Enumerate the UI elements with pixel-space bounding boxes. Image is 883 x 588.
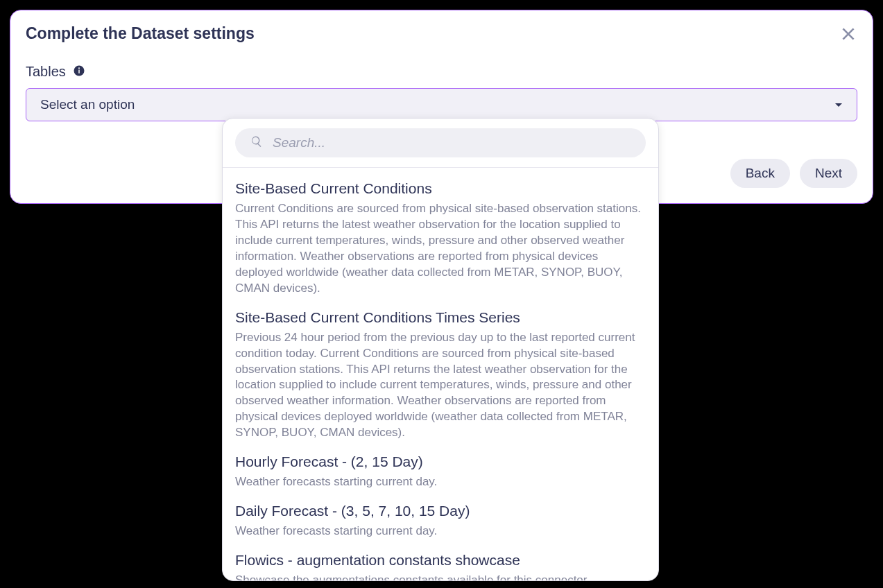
search-box[interactable]: [235, 128, 646, 157]
option-desc: Showcase the augmentations constants ava…: [235, 573, 646, 580]
tables-dropdown: Site-Based Current Conditions Current Co…: [222, 118, 659, 581]
option-title: Site-Based Current Conditions: [235, 180, 646, 197]
back-button[interactable]: Back: [730, 159, 790, 188]
tables-select[interactable]: Select an option: [26, 88, 857, 121]
close-icon[interactable]: [839, 25, 857, 43]
option-title: Site-Based Current Conditions Times Seri…: [235, 309, 646, 326]
dropdown-options: Site-Based Current Conditions Current Co…: [223, 168, 658, 580]
select-placeholder: Select an option: [40, 97, 135, 112]
modal-header: Complete the Dataset settings: [26, 24, 857, 43]
tables-label: Tables: [26, 64, 66, 80]
option-title: Hourly Forecast - (2, 15 Day): [235, 453, 646, 470]
modal-title: Complete the Dataset settings: [26, 24, 255, 43]
next-button[interactable]: Next: [800, 159, 857, 188]
dropdown-option[interactable]: Daily Forecast - (3, 5, 7, 10, 15 Day) W…: [235, 503, 646, 539]
search-input[interactable]: [273, 135, 631, 150]
tables-label-row: Tables: [26, 64, 857, 80]
option-desc: Current Conditions are sourced from phys…: [235, 201, 646, 297]
option-title: Flowics - augmentation constants showcas…: [235, 552, 646, 569]
option-desc: Previous 24 hour period from the previou…: [235, 330, 646, 442]
svg-rect-1: [78, 69, 80, 73]
info-icon[interactable]: [73, 64, 85, 80]
dropdown-option[interactable]: Hourly Forecast - (2, 15 Day) Weather fo…: [235, 453, 646, 490]
option-desc: Weather forecasts starting current day.: [235, 524, 646, 539]
chevron-down-icon: [834, 98, 843, 111]
dropdown-option[interactable]: Flowics - augmentation constants showcas…: [235, 552, 646, 580]
option-desc: Weather forecasts starting current day.: [235, 474, 646, 490]
dropdown-option[interactable]: Site-Based Current Conditions Times Seri…: [235, 309, 646, 442]
search-icon: [250, 135, 263, 150]
dropdown-option[interactable]: Site-Based Current Conditions Current Co…: [235, 180, 646, 297]
svg-point-2: [78, 67, 80, 69]
dropdown-search-wrap: [223, 119, 658, 168]
option-title: Daily Forecast - (3, 5, 7, 10, 15 Day): [235, 503, 646, 519]
